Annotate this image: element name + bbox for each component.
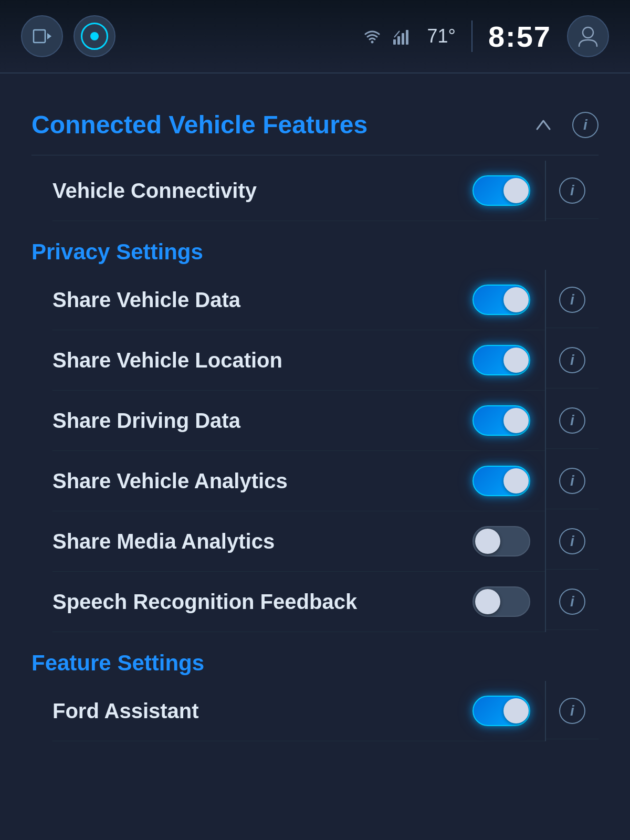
share-vehicle-analytics-info[interactable]: i bbox=[546, 453, 598, 509]
toggle-knob bbox=[475, 589, 500, 614]
share-vehicle-location-toggle[interactable] bbox=[472, 345, 530, 375]
top-bar: 71° 8:57 bbox=[0, 0, 630, 74]
feature-settings-title: Feature Settings bbox=[32, 632, 598, 681]
chevron-up-icon bbox=[533, 114, 554, 135]
privacy-settings-rows: Share Vehicle Data i Share Vehicle Locat… bbox=[52, 270, 598, 632]
ford-assistant-row: Ford Assistant bbox=[52, 681, 546, 741]
privacy-settings-section: Privacy Settings Share Vehicle Data i bbox=[32, 221, 598, 632]
user-avatar-button[interactable] bbox=[567, 15, 609, 57]
toggle-knob bbox=[503, 287, 529, 312]
share-vehicle-analytics-row-wrapper: Share Vehicle Analytics i bbox=[52, 451, 598, 511]
top-bar-right: 71° 8:57 bbox=[363, 15, 609, 57]
share-media-analytics-row: Share Media Analytics bbox=[52, 511, 546, 572]
speech-recognition-info-button[interactable]: i bbox=[559, 589, 585, 615]
collapse-button[interactable] bbox=[530, 112, 556, 138]
svg-point-2 bbox=[371, 41, 374, 44]
info-icon: i bbox=[570, 412, 574, 429]
divider bbox=[471, 20, 472, 52]
speech-recognition-toggle[interactable] bbox=[472, 586, 530, 617]
share-driving-data-info-button[interactable]: i bbox=[559, 407, 585, 434]
info-icon: i bbox=[570, 352, 574, 369]
speech-recognition-row: Speech Recognition Feedback bbox=[52, 572, 546, 632]
vehicle-connectivity-row-wrapper: Vehicle Connectivity i bbox=[52, 161, 598, 221]
connected-vehicle-header: Connected Vehicle Features i bbox=[32, 94, 598, 155]
share-vehicle-analytics-row: Share Vehicle Analytics bbox=[52, 451, 546, 511]
vehicle-connectivity-toggle[interactable] bbox=[472, 175, 530, 206]
svg-rect-3 bbox=[393, 39, 396, 45]
info-icon: i bbox=[583, 117, 587, 133]
vehicle-connectivity-label: Vehicle Connectivity bbox=[52, 179, 257, 203]
share-vehicle-data-label: Share Vehicle Data bbox=[52, 288, 240, 312]
svg-rect-5 bbox=[402, 33, 404, 45]
ford-assistant-label: Ford Assistant bbox=[52, 699, 199, 723]
time-display: 8:57 bbox=[488, 19, 551, 54]
share-vehicle-location-row: Share Vehicle Location bbox=[52, 330, 546, 391]
share-driving-data-row: Share Driving Data bbox=[52, 391, 546, 451]
vehicle-connectivity-row: Vehicle Connectivity bbox=[52, 161, 546, 221]
info-icon: i bbox=[570, 533, 574, 550]
info-icon: i bbox=[570, 472, 574, 489]
svg-rect-0 bbox=[34, 30, 45, 43]
feature-settings-rows: Ford Assistant i bbox=[52, 681, 598, 741]
share-vehicle-data-info-button[interactable]: i bbox=[559, 287, 585, 313]
speech-recognition-info[interactable]: i bbox=[546, 574, 598, 630]
toggle-knob bbox=[503, 698, 529, 723]
share-vehicle-analytics-toggle[interactable] bbox=[472, 466, 530, 496]
share-media-analytics-row-wrapper: Share Media Analytics i bbox=[52, 511, 598, 572]
vehicle-connectivity-section: Vehicle Connectivity i bbox=[52, 161, 598, 221]
ford-assistant-info[interactable]: i bbox=[546, 683, 598, 739]
share-vehicle-location-info[interactable]: i bbox=[546, 332, 598, 388]
share-driving-data-label: Share Driving Data bbox=[52, 409, 240, 433]
svg-marker-1 bbox=[47, 33, 51, 39]
svg-point-8 bbox=[583, 27, 593, 38]
share-vehicle-location-row-wrapper: Share Vehicle Location i bbox=[52, 330, 598, 391]
vehicle-connectivity-info-button[interactable]: i bbox=[559, 177, 585, 204]
connected-vehicle-title: Connected Vehicle Features bbox=[32, 110, 368, 139]
speech-recognition-row-wrapper: Speech Recognition Feedback i bbox=[52, 572, 598, 632]
share-vehicle-data-info[interactable]: i bbox=[546, 272, 598, 328]
info-icon: i bbox=[570, 182, 574, 199]
privacy-settings-title: Privacy Settings bbox=[32, 221, 598, 270]
share-driving-data-row-wrapper: Share Driving Data i bbox=[52, 391, 598, 451]
main-content: Connected Vehicle Features i Vehicle Con… bbox=[0, 74, 630, 840]
ford-assistant-info-button[interactable]: i bbox=[559, 698, 585, 724]
share-vehicle-data-row-wrapper: Share Vehicle Data i bbox=[52, 270, 598, 330]
share-driving-data-info[interactable]: i bbox=[546, 393, 598, 449]
share-media-analytics-toggle[interactable] bbox=[472, 526, 530, 556]
svg-rect-6 bbox=[406, 30, 408, 45]
temperature-display: 71° bbox=[427, 25, 455, 47]
wifi-icon bbox=[363, 27, 382, 46]
signal-icon bbox=[392, 27, 411, 46]
section-info-button[interactable]: i bbox=[572, 112, 598, 138]
svg-rect-4 bbox=[397, 36, 400, 45]
share-vehicle-analytics-info-button[interactable]: i bbox=[559, 468, 585, 494]
section-controls: i bbox=[530, 112, 598, 138]
info-icon: i bbox=[570, 702, 574, 719]
toggle-knob bbox=[475, 529, 500, 554]
toggle-knob bbox=[503, 468, 529, 494]
ford-assistant-row-wrapper: Ford Assistant i bbox=[52, 681, 598, 741]
feature-settings-section: Feature Settings Ford Assistant i bbox=[32, 632, 598, 741]
share-vehicle-analytics-label: Share Vehicle Analytics bbox=[52, 469, 288, 493]
share-vehicle-data-row: Share Vehicle Data bbox=[52, 270, 546, 330]
toggle-knob bbox=[503, 348, 529, 373]
ford-assistant-toggle[interactable] bbox=[472, 696, 530, 726]
share-vehicle-data-toggle[interactable] bbox=[472, 285, 530, 315]
top-bar-left bbox=[21, 15, 116, 57]
share-media-analytics-label: Share Media Analytics bbox=[52, 530, 275, 553]
toggle-knob bbox=[503, 178, 529, 203]
info-icon: i bbox=[570, 291, 574, 308]
user-icon bbox=[575, 23, 601, 49]
media-button[interactable] bbox=[21, 15, 63, 57]
share-vehicle-location-label: Share Vehicle Location bbox=[52, 349, 282, 372]
toggle-knob bbox=[503, 408, 529, 433]
share-driving-data-toggle[interactable] bbox=[472, 405, 530, 436]
alexa-button[interactable] bbox=[74, 15, 116, 57]
alexa-dot bbox=[90, 32, 99, 40]
share-media-analytics-info-button[interactable]: i bbox=[559, 528, 585, 554]
status-icons bbox=[363, 27, 411, 46]
vehicle-connectivity-info[interactable]: i bbox=[546, 163, 598, 219]
info-icon: i bbox=[570, 593, 574, 610]
share-media-analytics-info[interactable]: i bbox=[546, 513, 598, 570]
share-vehicle-location-info-button[interactable]: i bbox=[559, 347, 585, 373]
